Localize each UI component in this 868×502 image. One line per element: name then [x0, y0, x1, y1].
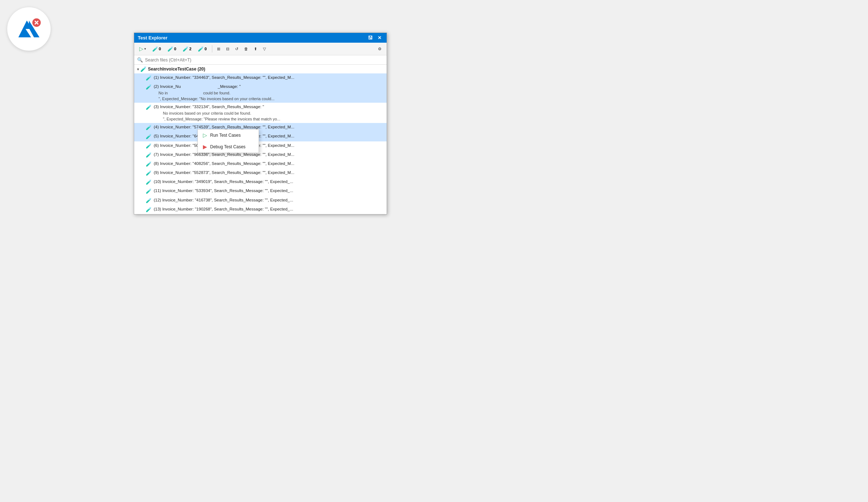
run-icon: ▷	[139, 46, 144, 52]
test-item[interactable]: 🧪 (13) Invoice_Number: "190268", Search_…	[134, 205, 387, 214]
title-bar: Test Explorer 🖫 ✕	[134, 33, 387, 43]
test-item[interactable]: 🧪 (1) Invoice_Number: "334463", Search_R…	[134, 73, 387, 82]
window-title: Test Explorer	[138, 35, 167, 41]
azure-logo-icon	[16, 16, 42, 42]
logo-area	[7, 7, 51, 51]
test-flask-icon: 🧪	[146, 152, 152, 158]
test-item-extra-line: No invoices based on your criteria could…	[146, 111, 251, 116]
ungroup-icon: ⊟	[226, 47, 229, 51]
group-flask-icon: 🧪	[140, 66, 146, 72]
test-item[interactable]: 🧪 (12) Invoice_Number: "416738", Search_…	[134, 196, 387, 205]
test-flask-icon: 🧪	[146, 143, 152, 149]
failed-icon: 🧪	[167, 46, 173, 52]
refresh-button[interactable]: ↺	[233, 45, 241, 53]
test-group-header[interactable]: ▾ 🧪 SearchInvoiceTestCase (20)	[134, 65, 387, 73]
toolbar: ▷ ▾ 🧪 0 🧪 0 🧪 2 🧪 0 ⊞ ⊟	[134, 43, 387, 55]
run-test-cases-menu-item[interactable]: ▷ Run Test Cases	[198, 129, 259, 141]
run-test-cases-label: Run Test Cases	[210, 133, 241, 138]
group-chevron-icon: ▾	[137, 67, 139, 71]
delete-icon: 🗑	[244, 47, 248, 51]
test-flask-icon: 🧪	[146, 75, 152, 81]
test-item-extra-line-2: ", Expected_Message: "Please review the …	[146, 116, 280, 122]
test-item-text: (7) Invoice_Number: "966336", Search_Res…	[154, 152, 384, 157]
ungroup-button[interactable]: ⊟	[224, 45, 231, 53]
test-item[interactable]: 🧪 (11) Invoice_Number: "533934", Search_…	[134, 187, 387, 196]
settings-icon: ⚙	[378, 47, 382, 51]
test-flask-icon: 🧪	[146, 207, 152, 213]
test-item[interactable]: 🧪 (4) Invoice_Number: "574539", Search_R…	[134, 123, 387, 132]
debug-test-cases-icon: ▶	[203, 144, 207, 150]
test-flask-icon: 🧪	[146, 170, 152, 176]
test-item-text: (3) Invoice_Number: "332134", Search_Res…	[154, 104, 264, 110]
run-button[interactable]: ▷ ▾	[137, 44, 148, 54]
passed-icon: 🧪	[152, 46, 158, 52]
notrun-count: 0	[204, 47, 207, 51]
group-by-button[interactable]: ⊞	[215, 45, 222, 53]
notrun-icon: 🧪	[198, 46, 204, 52]
notrun-badge-button[interactable]: 🧪 0	[195, 45, 209, 53]
test-item[interactable]: 🧪 (5) Invoice_Number: "642570", Search_R…	[134, 132, 387, 141]
test-item-text: (6) Invoice_Number: "503806", Search_Res…	[154, 142, 384, 148]
debug-test-cases-label: Debug Test Cases	[210, 144, 246, 149]
test-item-text: (10) Invoice_Number: "349019", Search_Re…	[154, 179, 384, 184]
test-flask-icon: 🧪	[146, 161, 152, 167]
test-item[interactable]: 🧪 (10) Invoice_Number: "349019", Search_…	[134, 178, 387, 187]
refresh-icon: ↺	[235, 47, 238, 51]
test-item-text: (5) Invoice_Number: "642570", Search_Res…	[154, 133, 384, 139]
test-item-extra-line-2: ", Expected_Message: "No invoices based …	[146, 96, 275, 102]
test-list[interactable]: ▾ 🧪 SearchInvoiceTestCase (20) 🧪 (1) Inv…	[134, 65, 387, 214]
test-flask-icon: 🧪	[146, 124, 152, 131]
filter-button[interactable]: ▽	[261, 45, 268, 53]
group-label: SearchInvoiceTestCase (20)	[148, 67, 205, 72]
passed-count: 0	[159, 47, 161, 51]
test-item[interactable]: 🧪 (6) Invoice_Number: "503806", Search_R…	[134, 141, 387, 150]
close-button[interactable]: ✕	[376, 35, 383, 41]
test-item[interactable]: 🧪 (3) Invoice_Number: "332134", Search_R…	[134, 103, 387, 123]
test-flask-icon: 🧪	[146, 197, 152, 204]
context-menu: ▷ Run Test Cases ▶ Debug Test Cases	[197, 129, 259, 153]
test-flask-icon: 🧪	[146, 133, 152, 140]
search-input[interactable]	[145, 58, 384, 63]
test-item[interactable]: 🧪 (2) Invoice_Nu _Message: " No in could…	[134, 82, 387, 103]
test-flask-icon: 🧪	[146, 104, 152, 111]
pin-button[interactable]: 🖫	[366, 35, 374, 41]
test-item-text: (11) Invoice_Number: "533934", Search_Re…	[154, 188, 384, 193]
skipped-badge-button[interactable]: 🧪 2	[180, 45, 194, 53]
test-item-text: (13) Invoice_Number: "190268", Search_Re…	[154, 206, 384, 212]
test-item-text: (9) Invoice_Number: "552873", Search_Res…	[154, 170, 384, 175]
failed-count: 0	[174, 47, 176, 51]
run-dropdown-arrow: ▾	[144, 47, 146, 51]
export-icon: ⬆	[254, 47, 257, 51]
test-item-text: (1) Invoice_Number: "334463", Search_Res…	[154, 75, 384, 80]
delete-button[interactable]: 🗑	[242, 45, 250, 52]
test-item[interactable]: 🧪 (9) Invoice_Number: "552873", Search_R…	[134, 169, 387, 178]
passed-badge-button[interactable]: 🧪 0	[150, 45, 163, 53]
search-bar: 🔍	[134, 55, 387, 65]
test-flask-icon: 🧪	[146, 84, 152, 90]
run-test-cases-icon: ▷	[203, 132, 207, 139]
debug-test-cases-menu-item[interactable]: ▶ Debug Test Cases	[198, 141, 259, 153]
search-icon: 🔍	[137, 57, 143, 63]
test-item[interactable]: 🧪 (8) Invoice_Number: "408256", Search_R…	[134, 159, 387, 169]
failed-badge-button[interactable]: 🧪 0	[165, 45, 179, 53]
toolbar-divider-1	[212, 45, 212, 52]
test-item-extra-line: No in could be found.	[146, 90, 230, 96]
title-bar-controls: 🖫 ✕	[366, 35, 383, 41]
test-flask-icon: 🧪	[146, 179, 152, 186]
test-item-text: (8) Invoice_Number: "408256", Search_Res…	[154, 161, 384, 166]
skipped-icon: 🧪	[183, 46, 188, 52]
filter-icon: ▽	[263, 47, 266, 51]
test-item-text: (12) Invoice_Number: "416738", Search_Re…	[154, 197, 384, 203]
test-flask-icon: 🧪	[146, 188, 152, 195]
test-explorer-window: Test Explorer 🖫 ✕ ▷ ▾ 🧪 0 🧪 0 🧪 2 🧪	[134, 33, 387, 214]
test-item-text: (4) Invoice_Number: "574539", Search_Res…	[154, 124, 384, 130]
test-item-text: (2) Invoice_Nu _Message: "	[154, 84, 241, 89]
group-by-icon: ⊞	[217, 47, 220, 51]
settings-button[interactable]: ⚙	[376, 45, 384, 53]
skipped-count: 2	[189, 47, 191, 51]
test-item[interactable]: 🧪 (7) Invoice_Number: "966336", Search_R…	[134, 150, 387, 159]
export-button[interactable]: ⬆	[252, 45, 259, 53]
